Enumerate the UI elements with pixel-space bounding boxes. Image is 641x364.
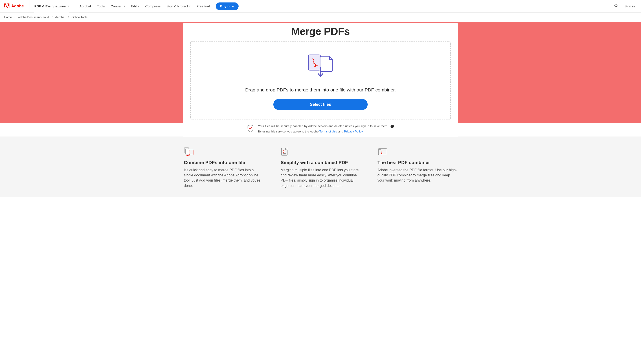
pdf-window-icon	[377, 147, 457, 156]
dropzone-instruction: Drag and drop PDFs to merge them into on…	[195, 87, 446, 92]
page-title: Merge PDFs	[183, 23, 458, 42]
breadcrumb-home[interactable]: Home	[4, 16, 12, 19]
hero-section: Merge PDFs Drag and drop PDFs to merge t…	[0, 22, 641, 197]
feature-title: Combine PDFs into one file	[184, 160, 264, 165]
breadcrumb-sep: /	[15, 16, 16, 19]
breadcrumb-acrobat[interactable]: Acrobat	[55, 16, 65, 19]
feature-body: It's quick and easy to merge PDF files i…	[184, 168, 264, 188]
right-menu: Sign in	[608, 0, 641, 12]
nav-item-convert[interactable]: Convert▾	[111, 4, 125, 8]
svg-point-12	[380, 149, 381, 150]
notice-line-1-text: Your files will be securely handled by A…	[258, 124, 388, 128]
feature-title: Simplify with a combined PDF	[281, 160, 360, 165]
notice-line-2-pre: By using this service, you agree to the …	[258, 130, 319, 133]
brand-name: Adobe	[11, 4, 24, 8]
feature-simplify: Simplify with a combined PDF Merging mul…	[281, 147, 360, 188]
chevron-down-icon: ▾	[189, 5, 190, 8]
feature-best-combiner: The best PDF combiner Adobe invented the…	[377, 147, 457, 188]
chevron-down-icon: ▾	[68, 5, 69, 8]
breadcrumb-current: Online Tools	[71, 16, 87, 19]
svg-point-11	[379, 149, 380, 150]
nav-item-edit[interactable]: Edit▾	[131, 4, 139, 8]
merge-files-icon	[195, 54, 446, 77]
notice-dot: .	[363, 130, 364, 133]
feature-body: Adobe invented the PDF file format. Use …	[377, 168, 457, 183]
sign-in-link[interactable]: Sign in	[624, 4, 635, 8]
nav-item-tools[interactable]: Tools	[97, 4, 105, 8]
select-files-button[interactable]: Select files	[273, 99, 368, 110]
chevron-down-icon: ▾	[138, 5, 139, 8]
single-pdf-icon	[281, 147, 360, 156]
nav-category-pdf-esign[interactable]: PDF & E-signatures ▾	[29, 0, 74, 12]
notice-line-2: By using this service, you agree to the …	[258, 130, 394, 133]
svg-point-0	[615, 4, 617, 7]
hero-card: Merge PDFs Drag and drop PDFs to merge t…	[183, 23, 458, 138]
notice-and: and	[337, 130, 344, 133]
privacy-policy-link[interactable]: Privacy Policy	[344, 130, 363, 133]
nav-item-compress[interactable]: Compress	[145, 4, 160, 8]
info-icon[interactable]: i	[390, 124, 394, 128]
security-notice: Your files will be securely handled by A…	[183, 120, 458, 134]
notice-line-1: Your files will be securely handled by A…	[258, 124, 394, 128]
combine-files-icon	[184, 147, 264, 156]
breadcrumb-sep: /	[52, 16, 53, 19]
nav-item-label: Convert	[111, 4, 123, 8]
chevron-down-icon: ▾	[124, 5, 125, 8]
shield-check-icon	[247, 124, 254, 133]
nav-item-label: Edit	[131, 4, 137, 8]
feature-body: Merging multiple files into one PDF lets…	[281, 168, 360, 188]
features-section: Combine PDFs into one file It's quick an…	[0, 136, 641, 197]
adobe-logo-icon	[4, 3, 10, 9]
breadcrumb: Home/ Adobe Document Cloud/ Acrobat/ Onl…	[0, 12, 641, 22]
nav-items: Acrobat Tools Convert▾ Edit▾ Compress Si…	[74, 0, 244, 12]
svg-rect-2	[308, 55, 320, 70]
nav-category-label: PDF & E-signatures	[34, 4, 66, 8]
top-nav: Adobe PDF & E-signatures ▾ Acrobat Tools…	[0, 0, 641, 12]
file-dropzone[interactable]: Drag and drop PDFs to merge them into on…	[190, 42, 451, 120]
terms-of-use-link[interactable]: Terms of Use	[319, 130, 337, 133]
breadcrumb-doc-cloud[interactable]: Adobe Document Cloud	[18, 16, 49, 19]
feature-combine: Combine PDFs into one file It's quick an…	[184, 147, 264, 188]
breadcrumb-sep: /	[68, 16, 69, 19]
buy-now-button[interactable]: Buy now	[216, 2, 239, 10]
nav-item-sign-protect[interactable]: Sign & Protect▾	[166, 4, 191, 8]
search-icon[interactable]	[614, 4, 618, 9]
nav-item-free-trial[interactable]: Free trial	[196, 4, 210, 8]
feature-title: The best PDF combiner	[377, 160, 457, 165]
svg-line-1	[617, 6, 618, 8]
nav-item-label: Sign & Protect	[166, 4, 188, 8]
brand[interactable]: Adobe	[0, 0, 29, 12]
nav-item-acrobat[interactable]: Acrobat	[79, 4, 91, 8]
